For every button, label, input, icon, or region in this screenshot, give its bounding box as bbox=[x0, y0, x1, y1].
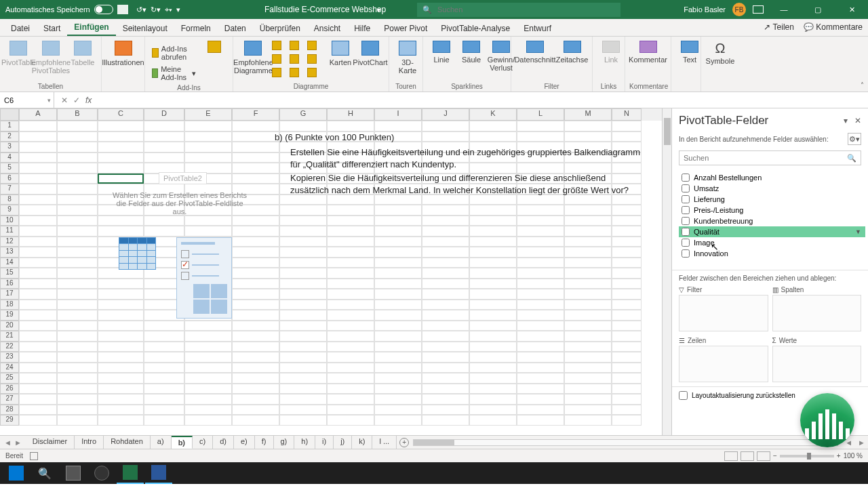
col-header[interactable]: D bbox=[144, 108, 184, 121]
get-addins-button[interactable]: Add-Ins abrufen bbox=[149, 43, 199, 62]
text-button[interactable]: Text bbox=[675, 39, 704, 65]
sheet-tab[interactable]: l ... bbox=[372, 436, 397, 449]
field-item[interactable]: Anzahl Bestellungen bbox=[679, 172, 865, 183]
add-sheet-button[interactable]: + bbox=[399, 438, 409, 447]
minimize-button[interactable]: — bbox=[770, 0, 797, 19]
chart-map-icon[interactable] bbox=[307, 54, 317, 64]
chart-combo-icon[interactable] bbox=[290, 68, 299, 77]
sheet-tab[interactable]: g) bbox=[274, 436, 295, 449]
chart-line-icon[interactable] bbox=[290, 41, 299, 50]
row-header[interactable]: 6 bbox=[0, 174, 19, 184]
area-rows[interactable]: ☰Zeilen bbox=[679, 336, 768, 382]
pane-options-icon[interactable]: ▾ bbox=[844, 116, 848, 125]
task-view-icon[interactable] bbox=[60, 462, 87, 484]
my-addins-button[interactable]: Meine Add-Ins ▾ bbox=[149, 64, 199, 83]
sheet-tab[interactable]: f) bbox=[255, 436, 274, 449]
touch-icon[interactable]: ⌖▾ bbox=[165, 5, 172, 14]
link-button[interactable]: Link bbox=[597, 39, 625, 65]
comments-button[interactable]: 💬 Kommentare bbox=[804, 22, 863, 32]
sparkline-line-button[interactable]: Linie bbox=[427, 39, 456, 65]
row-header[interactable]: 27 bbox=[0, 394, 19, 405]
field-item[interactable]: Qualität▼ bbox=[679, 226, 865, 237]
maximize-button[interactable]: ▢ bbox=[804, 0, 831, 19]
view-page-break-icon[interactable] bbox=[757, 451, 770, 461]
tab-ansicht[interactable]: Ansicht bbox=[307, 20, 347, 36]
col-header[interactable]: K bbox=[469, 108, 517, 121]
field-search-input[interactable] bbox=[684, 154, 847, 162]
chart-area-icon[interactable] bbox=[272, 54, 281, 64]
tab-ueberpruefen[interactable]: Überprüfen bbox=[253, 20, 307, 36]
redo-icon[interactable]: ↻▾ bbox=[151, 5, 161, 14]
row-header[interactable]: 11 bbox=[0, 226, 19, 237]
pane-layout-gear-icon[interactable]: ⚙▾ bbox=[848, 133, 861, 145]
sheet-tab[interactable]: c) bbox=[193, 436, 213, 449]
field-item[interactable]: Lieferung bbox=[679, 194, 865, 205]
table-button[interactable]: Tabelle bbox=[68, 39, 97, 68]
sheet-tab[interactable]: b) bbox=[172, 436, 193, 449]
fx-icon[interactable]: fx bbox=[85, 96, 92, 105]
autosave-toggle[interactable] bbox=[94, 5, 113, 14]
sheet-tab[interactable]: Intro bbox=[75, 436, 104, 449]
col-header[interactable]: N bbox=[612, 108, 642, 121]
title-dropdown-caret[interactable]: ▾ bbox=[377, 6, 380, 14]
tab-datei[interactable]: Datei bbox=[4, 20, 37, 36]
collapse-ribbon-icon[interactable]: ˄ bbox=[861, 81, 864, 89]
zoom-in-button[interactable]: + bbox=[837, 452, 841, 460]
cell-reference-input[interactable] bbox=[4, 96, 45, 104]
field-item[interactable]: Innovation bbox=[679, 248, 865, 259]
sheet-tab[interactable]: j) bbox=[334, 436, 352, 449]
enter-formula-icon[interactable]: ✓ bbox=[73, 96, 80, 105]
row-header[interactable]: 22 bbox=[0, 342, 19, 352]
tab-start[interactable]: Start bbox=[37, 20, 67, 36]
field-checkbox[interactable] bbox=[682, 249, 690, 258]
view-page-layout-icon[interactable] bbox=[741, 451, 754, 461]
row-header[interactable]: 4 bbox=[0, 152, 19, 163]
chart-scatter-icon[interactable] bbox=[290, 54, 299, 64]
user-name[interactable]: Fabio Basler bbox=[684, 5, 726, 14]
sheet-tab[interactable]: e) bbox=[234, 436, 255, 449]
area-columns[interactable]: ▥Spalten bbox=[772, 285, 862, 331]
sheet-tab[interactable]: i) bbox=[315, 436, 334, 449]
row-header[interactable]: 2 bbox=[0, 131, 19, 142]
sparkline-column-button[interactable]: Säule bbox=[457, 39, 486, 65]
tab-entwurf[interactable]: Entwurf bbox=[517, 20, 558, 36]
tab-daten[interactable]: Daten bbox=[218, 20, 253, 36]
save-icon[interactable] bbox=[117, 5, 128, 14]
row-header[interactable]: 13 bbox=[0, 247, 19, 258]
field-checkbox[interactable] bbox=[682, 184, 690, 192]
row-header[interactable]: 5 bbox=[0, 163, 19, 174]
row-header[interactable]: 1 bbox=[0, 121, 19, 131]
tab-formeln[interactable]: Formeln bbox=[174, 20, 218, 36]
sheet-tab[interactable]: Disclaimer bbox=[26, 436, 75, 449]
col-header[interactable]: L bbox=[517, 108, 564, 121]
row-header[interactable]: 20 bbox=[0, 321, 19, 331]
taskbar-search-icon[interactable]: 🔍 bbox=[31, 462, 58, 484]
col-header[interactable]: E bbox=[184, 108, 232, 121]
tell-me-search[interactable]: 🔍 bbox=[417, 3, 620, 17]
zoom-level[interactable]: 100 % bbox=[844, 452, 863, 460]
area-values[interactable]: ΣWerte bbox=[772, 336, 862, 382]
chart-stock-icon[interactable] bbox=[272, 68, 281, 77]
row-header[interactable]: 21 bbox=[0, 331, 19, 342]
tab-seitenlayout[interactable]: Seitenlayout bbox=[116, 20, 174, 36]
maps-button[interactable]: Karten bbox=[326, 39, 355, 68]
sheet-tab[interactable]: h) bbox=[294, 436, 315, 449]
sheet-tab[interactable]: k) bbox=[352, 436, 372, 449]
field-item[interactable]: Kundenbetreuung bbox=[679, 216, 865, 226]
field-search[interactable]: 🔍 bbox=[679, 150, 861, 165]
tab-hilfe[interactable]: Hilfe bbox=[347, 20, 377, 36]
hscroll-right-icon[interactable]: ► bbox=[855, 439, 868, 447]
col-header[interactable]: F bbox=[232, 108, 279, 121]
row-header[interactable]: 14 bbox=[0, 258, 19, 268]
row-header[interactable]: 10 bbox=[0, 216, 19, 226]
sheet-tab[interactable]: Rohdaten bbox=[104, 436, 151, 449]
row-header[interactable]: 17 bbox=[0, 289, 19, 300]
defer-layout-checkbox[interactable] bbox=[679, 391, 688, 400]
field-checkbox[interactable] bbox=[682, 239, 690, 247]
worksheet-grid[interactable]: ABCDEFGHIJKLMN 1234567891011121314151617… bbox=[0, 108, 662, 435]
taskbar-word-icon[interactable] bbox=[145, 462, 172, 484]
share-button[interactable]: ↗ Teilen bbox=[764, 22, 793, 32]
row-header[interactable]: 16 bbox=[0, 279, 19, 289]
row-header[interactable]: 25 bbox=[0, 373, 19, 384]
field-dropdown-icon[interactable]: ▼ bbox=[855, 228, 861, 235]
